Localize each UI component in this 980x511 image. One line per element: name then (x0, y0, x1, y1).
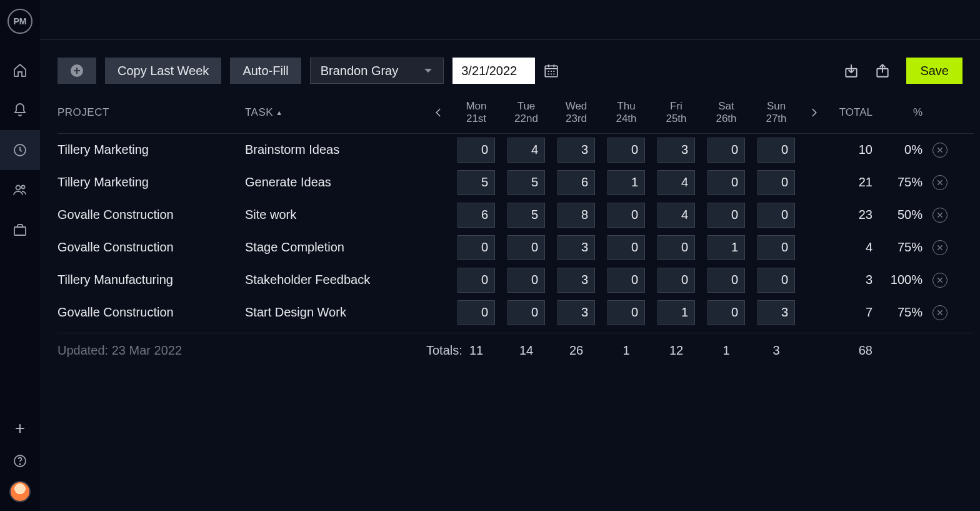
hour-input[interactable] (608, 235, 645, 260)
hour-input[interactable] (458, 138, 495, 163)
chevron-right-icon (808, 107, 819, 118)
date-input[interactable]: 3/21/2022 (452, 58, 535, 84)
hour-cell (551, 138, 601, 163)
hour-input[interactable] (558, 300, 595, 325)
delete-row-button[interactable]: ✕ (932, 175, 948, 190)
hour-input[interactable] (708, 268, 745, 293)
delete-row-button[interactable]: ✕ (932, 208, 948, 223)
user-select[interactable]: Brandon Gray (310, 58, 444, 84)
delete-row-button[interactable]: ✕ (932, 143, 948, 158)
hour-input[interactable] (658, 300, 695, 325)
hour-input[interactable] (608, 138, 645, 163)
hour-input[interactable] (708, 170, 745, 195)
hour-input[interactable] (758, 300, 795, 325)
hour-input[interactable] (558, 235, 595, 260)
hour-cell (601, 300, 651, 325)
nav-briefcase[interactable] (0, 210, 40, 250)
hour-input[interactable] (658, 170, 695, 195)
svg-rect-3 (14, 227, 26, 235)
hour-cell (601, 138, 651, 163)
hour-input[interactable] (708, 235, 745, 260)
row-total: 4 (826, 240, 876, 255)
hour-input[interactable] (608, 203, 645, 228)
save-button[interactable]: Save (906, 58, 962, 84)
hour-input[interactable] (658, 268, 695, 293)
hour-input[interactable] (508, 170, 545, 195)
hour-input[interactable] (458, 268, 495, 293)
bell-icon (12, 103, 28, 118)
hour-input[interactable] (758, 170, 795, 195)
nav-timesheets[interactable] (0, 130, 40, 170)
timesheet-table: PROJECT TASK ▲ Mon21st Tue22nd Wed23rd T… (40, 95, 980, 368)
delete-row-button[interactable]: ✕ (932, 273, 948, 288)
hour-input[interactable] (658, 138, 695, 163)
nav-add[interactable]: + (0, 416, 40, 441)
app-logo[interactable]: PM (8, 9, 32, 34)
hour-input[interactable] (758, 268, 795, 293)
hour-input[interactable] (508, 138, 545, 163)
hour-input[interactable] (508, 300, 545, 325)
hour-input[interactable] (758, 203, 795, 228)
header-task[interactable]: TASK ▲ (245, 106, 426, 119)
hour-input[interactable] (708, 138, 745, 163)
briefcase-icon (12, 223, 28, 238)
chevron-left-icon (433, 107, 444, 118)
task-cell: Start Design Work (245, 305, 426, 320)
nav-people[interactable] (0, 170, 40, 210)
nav-home[interactable] (0, 50, 40, 90)
task-cell: Stage Completion (245, 240, 426, 255)
hour-input[interactable] (558, 268, 595, 293)
delete-row-button[interactable]: ✕ (932, 305, 948, 320)
header-day-0: Mon21st (451, 100, 501, 126)
nav-notifications[interactable] (0, 90, 40, 130)
prev-week-button[interactable] (426, 107, 451, 118)
import-button[interactable] (840, 59, 862, 82)
export-button[interactable] (871, 59, 894, 82)
hour-input[interactable] (658, 203, 695, 228)
nav-help[interactable] (0, 448, 40, 473)
hour-cell (651, 138, 701, 163)
auto-fill-button[interactable]: Auto-Fill (230, 58, 301, 84)
hour-input[interactable] (608, 170, 645, 195)
delete-row-button[interactable]: ✕ (932, 240, 948, 255)
hour-input[interactable] (458, 203, 495, 228)
user-avatar[interactable] (9, 481, 31, 502)
hour-cell (601, 170, 651, 195)
svg-point-2 (22, 186, 25, 189)
hour-cell (601, 203, 651, 228)
total-day-2: 26 (551, 343, 601, 358)
hour-cell (751, 300, 801, 325)
hour-input[interactable] (508, 203, 545, 228)
add-row-button[interactable] (58, 58, 96, 84)
hour-cell (651, 203, 701, 228)
hour-cell (751, 203, 801, 228)
hour-input[interactable] (708, 203, 745, 228)
next-week-button[interactable] (801, 107, 826, 118)
hour-input[interactable] (558, 138, 595, 163)
hour-input[interactable] (608, 300, 645, 325)
hour-input[interactable] (458, 235, 495, 260)
row-percent: 75% (876, 175, 926, 190)
header-project[interactable]: PROJECT (58, 106, 245, 119)
hour-cell (751, 268, 801, 293)
hour-input[interactable] (608, 268, 645, 293)
hour-input[interactable] (458, 170, 495, 195)
hour-input[interactable] (508, 268, 545, 293)
header-percent: % (876, 106, 926, 119)
row-total: 10 (826, 143, 876, 157)
copy-last-week-button[interactable]: Copy Last Week (105, 58, 221, 84)
task-cell: Generate Ideas (245, 175, 426, 190)
calendar-button[interactable] (541, 61, 561, 81)
hour-input[interactable] (708, 300, 745, 325)
hour-input[interactable] (758, 235, 795, 260)
hour-input[interactable] (558, 203, 595, 228)
project-cell: Govalle Construction (58, 305, 245, 320)
svg-point-5 (19, 463, 20, 464)
hour-input[interactable] (658, 235, 695, 260)
hour-input[interactable] (758, 138, 795, 163)
hour-input[interactable] (508, 235, 545, 260)
hour-input[interactable] (458, 300, 495, 325)
hour-cell (501, 268, 551, 293)
hour-input[interactable] (558, 170, 595, 195)
hour-cell (701, 170, 751, 195)
